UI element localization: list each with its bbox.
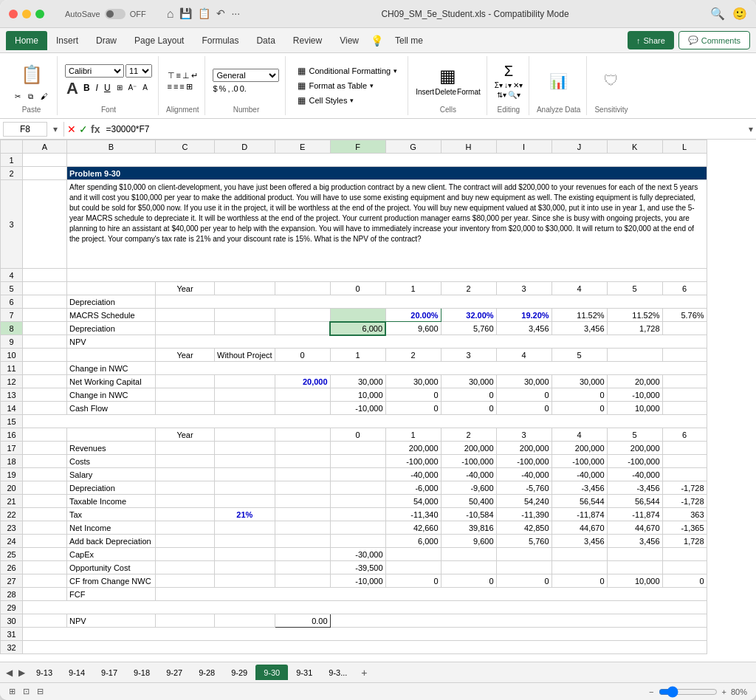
cell-i5[interactable]: 3	[496, 282, 551, 295]
col-header-l[interactable]: L	[662, 140, 707, 154]
cell-reference-input[interactable]: F8	[3, 122, 47, 137]
cell-h22[interactable]: -10,584	[441, 508, 496, 521]
cell-j24[interactable]: 3,456	[551, 535, 607, 548]
cell-e27[interactable]	[275, 574, 330, 588]
cell-j18[interactable]: -100,000	[551, 455, 607, 468]
cell-b13-nwc[interactable]: Change in NWC	[67, 388, 156, 402]
row-header-4[interactable]: 4	[1, 269, 23, 282]
cell-h14[interactable]: 0	[441, 402, 496, 415]
cell-g7-macrs[interactable]: 20.00%	[385, 309, 441, 322]
tab-tellme[interactable]: Tell me	[386, 31, 432, 50]
cell-c24[interactable]	[156, 535, 215, 548]
cell-j27[interactable]: 0	[551, 574, 607, 588]
cell-c9[interactable]	[156, 335, 707, 349]
row-header-19[interactable]: 19	[1, 468, 23, 481]
more-icon[interactable]: ···	[231, 7, 240, 21]
cell-l10[interactable]	[662, 349, 707, 362]
cell-f5[interactable]: 0	[330, 282, 385, 295]
cell-b5[interactable]	[67, 282, 156, 295]
format-as-table-button[interactable]: ▦ Format as Table ▾	[293, 79, 402, 92]
cell-f18[interactable]	[330, 455, 385, 468]
cell-j20[interactable]: -3,456	[551, 481, 607, 495]
cell-b9-npv[interactable]: NPV	[67, 335, 156, 349]
cell-d20[interactable]	[215, 481, 275, 495]
cell-h19[interactable]: -40,000	[441, 468, 496, 481]
row-header-24[interactable]: 24	[1, 535, 23, 548]
cell-l18[interactable]	[662, 455, 707, 468]
sheet-tab-9-31[interactable]: 9-31	[288, 665, 320, 680]
cell-j23[interactable]: 44,670	[551, 521, 607, 535]
row-header-14[interactable]: 14	[1, 402, 23, 415]
cell-b10[interactable]	[67, 349, 156, 362]
font-color-button[interactable]: A	[140, 82, 150, 94]
cell-c22[interactable]	[156, 508, 215, 521]
tab-home[interactable]: Home	[6, 31, 47, 50]
cell-d27[interactable]	[215, 574, 275, 588]
sheet-nav-right[interactable]: ▶	[16, 668, 28, 678]
cell-e12[interactable]: 20,000	[275, 375, 330, 388]
cell-h17[interactable]: 200,000	[441, 442, 496, 455]
align-left-button[interactable]: ≡	[168, 82, 172, 92]
cell-g20[interactable]: -6,000	[385, 481, 441, 495]
cell-h7-macrs[interactable]: 32.00%	[441, 309, 496, 322]
merge-button[interactable]: ⊞	[186, 82, 193, 92]
cell-a20[interactable]	[23, 481, 67, 495]
comma-button[interactable]: ,	[227, 84, 230, 93]
cell-e25[interactable]	[275, 548, 330, 561]
cell-b12-nwc[interactable]: Net Working Capital	[67, 375, 156, 388]
cell-a6[interactable]	[23, 295, 67, 309]
cell-l26[interactable]	[662, 561, 707, 574]
cell-i8[interactable]: 3,456	[496, 322, 551, 335]
cell-description[interactable]: After spending $10,000 on client-develop…	[67, 180, 707, 269]
wrap-text-button[interactable]: ↵	[191, 71, 198, 80]
home-icon[interactable]: ⌂	[167, 7, 174, 21]
cell-k27[interactable]: 10,000	[607, 574, 662, 588]
tab-pagelayout[interactable]: Page Layout	[126, 31, 193, 50]
maximize-button[interactable]	[35, 10, 44, 18]
cell-c8[interactable]	[156, 322, 215, 335]
cell-styles-button[interactable]: ▦ Cell Styles ▾	[293, 94, 402, 107]
cell-l16[interactable]: 6	[662, 428, 707, 442]
cell-d16[interactable]	[215, 428, 275, 442]
sheet-nav-left[interactable]: ◀	[3, 668, 16, 678]
cell-k16[interactable]: 5	[607, 428, 662, 442]
cell-l27[interactable]: 0	[662, 574, 707, 588]
cell-k8[interactable]: 1,728	[607, 322, 662, 335]
align-top-button[interactable]: ⊤	[168, 71, 175, 80]
cell-h18[interactable]: -100,000	[441, 455, 496, 468]
row-header-13[interactable]: 13	[1, 388, 23, 402]
cell-g5[interactable]: 1	[385, 282, 441, 295]
tab-review[interactable]: Review	[284, 31, 331, 50]
cell-d23[interactable]	[215, 521, 275, 535]
cell-i26[interactable]	[496, 561, 551, 574]
cell-c12[interactable]	[156, 375, 215, 388]
cell-i13[interactable]: 0	[496, 388, 551, 402]
cell-d13[interactable]	[215, 388, 275, 402]
cell-l14[interactable]	[662, 402, 707, 415]
cell-i10[interactable]: 4	[496, 349, 551, 362]
cell-c30[interactable]	[156, 614, 215, 628]
row-header-30[interactable]: 30	[1, 614, 23, 628]
cell-l8[interactable]	[662, 322, 707, 335]
cell-c6[interactable]	[156, 295, 707, 309]
cell-g21[interactable]: 54,000	[385, 495, 441, 508]
col-header-i[interactable]: I	[496, 140, 551, 154]
cell-j10[interactable]: 5	[551, 349, 607, 362]
cell-j16[interactable]: 4	[551, 428, 607, 442]
search-icon[interactable]: 🔍	[710, 7, 725, 21]
cell-k21[interactable]: 56,544	[607, 495, 662, 508]
currency-button[interactable]: $	[213, 84, 217, 93]
cell-g27[interactable]: 0	[385, 574, 441, 588]
fill-color-button[interactable]: A⁻	[126, 82, 140, 94]
cell-l23[interactable]: -1,365	[662, 521, 707, 535]
cell-d17[interactable]	[215, 442, 275, 455]
cell-k25[interactable]	[607, 548, 662, 561]
zoom-slider[interactable]	[659, 686, 718, 698]
row-header-11[interactable]: 11	[1, 362, 23, 375]
row-header-3[interactable]: 3	[1, 180, 23, 269]
cell-j12[interactable]: 30,000	[551, 375, 607, 388]
cell-h23[interactable]: 39,816	[441, 521, 496, 535]
row-header-20[interactable]: 20	[1, 481, 23, 495]
sheet-tab-9-27[interactable]: 9-27	[158, 665, 190, 680]
cell-a7[interactable]	[23, 309, 67, 322]
